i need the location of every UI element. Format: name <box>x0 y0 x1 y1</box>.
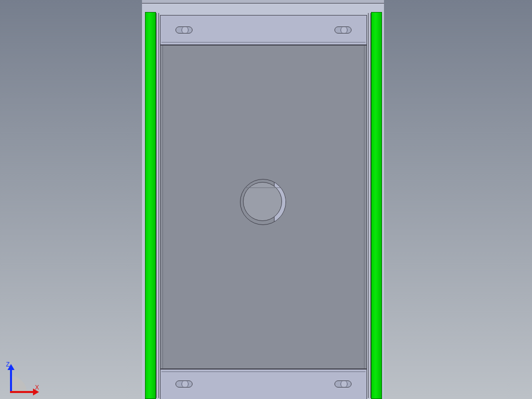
triad-origin-icon <box>10 376 27 393</box>
cad-viewport[interactable]: Z X <box>0 0 532 399</box>
flange-edge-line <box>162 372 366 372</box>
x-axis-label: X <box>35 384 39 391</box>
side-rail-right[interactable] <box>371 12 382 399</box>
inner-strip-left <box>156 13 159 398</box>
axis-triad[interactable]: Z X <box>6 357 45 396</box>
top-flange-slot-left[interactable] <box>176 26 192 34</box>
bottom-flange-slot-left[interactable] <box>176 380 192 388</box>
inner-strip-right <box>368 13 371 398</box>
side-rail-left[interactable] <box>145 12 156 399</box>
bottom-flange-slot-right[interactable] <box>334 380 352 388</box>
bottom-flange[interactable] <box>160 369 367 399</box>
center-boss-face[interactable] <box>243 182 282 221</box>
flange-edge-line <box>162 42 366 42</box>
top-flange-slot-right[interactable] <box>334 26 352 34</box>
z-axis-icon[interactable] <box>10 369 12 393</box>
z-axis-label: Z <box>6 361 10 368</box>
assembly[interactable] <box>135 0 393 399</box>
back-plate-top-edge <box>142 0 384 4</box>
x-axis-icon[interactable] <box>10 391 34 393</box>
top-flange[interactable] <box>160 15 367 45</box>
